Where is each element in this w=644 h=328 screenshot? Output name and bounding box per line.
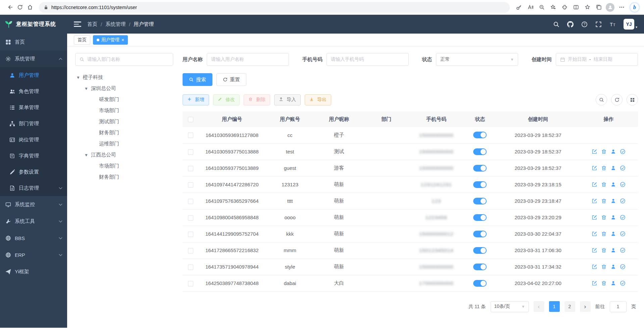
password-key-icon[interactable] [514,2,524,12]
browser-menu-icon[interactable] [616,2,627,12]
sidebar-item-menu[interactable]: 菜单管理 [0,99,67,115]
url-bar[interactable]: https://ccnetcore.com:1101/system/user [39,2,510,13]
close-icon[interactable]: × [121,38,124,42]
tree-node[interactable]: ▼江西总公司 [75,149,173,160]
favorites-bar-icon[interactable] [582,2,592,12]
delete-icon[interactable] [601,198,607,204]
delete-icon[interactable] [601,165,607,171]
tree-node[interactable]: ▼财务部门 [75,172,173,183]
row-checkbox[interactable] [188,232,193,237]
sidebar-item-post[interactable]: 岗位管理 [0,132,67,148]
edit-icon[interactable] [592,231,597,237]
sidebar-item-dept[interactable]: 部门管理 [0,115,67,132]
refresh-icon[interactable] [15,2,25,12]
tab-用户管理[interactable]: 用户管理× [93,35,128,45]
status-toggle[interactable] [473,247,487,254]
status-toggle[interactable] [473,181,487,188]
delete-icon[interactable] [601,215,607,220]
edit-icon[interactable] [592,165,597,171]
tab-首页[interactable]: 首页 [74,35,90,45]
sidebar-item-bbs[interactable]: BBS [0,230,67,246]
row-checkbox[interactable] [188,281,193,286]
toolbar-columns-button[interactable] [627,94,638,105]
back-icon[interactable] [5,2,15,12]
user-avatar[interactable]: YJ ▾ [624,19,637,30]
delete-icon[interactable] [601,264,607,270]
import-button[interactable]: 导入 [274,94,301,105]
status-toggle[interactable] [473,148,487,155]
split-screen-icon[interactable] [571,2,581,12]
fullscreen-icon[interactable] [595,21,602,28]
sidebar-item-monitor[interactable]: 系统监控 [0,196,67,213]
status-toggle[interactable] [473,165,487,172]
sidebar-item-dict[interactable]: 字典管理 [0,148,67,164]
row-checkbox[interactable] [188,149,193,155]
assign-role-icon[interactable] [620,247,626,253]
status-select[interactable]: 正常 ▼ [436,53,518,66]
sidebar-item-home[interactable]: 首页 [0,34,67,50]
row-checkbox[interactable] [188,166,193,171]
assign-role-icon[interactable] [620,198,626,204]
sidebar-item-tools[interactable]: 系统工具 [0,213,67,230]
caret-down-icon[interactable]: ▼ [84,86,89,91]
assign-role-icon[interactable] [620,149,626,154]
edit-icon[interactable] [592,247,597,253]
row-checkbox[interactable] [188,248,193,253]
tree-node[interactable]: ▼研发部门 [75,94,173,105]
hamburger-icon[interactable] [74,20,81,28]
assign-role-icon[interactable] [620,264,626,270]
delete-icon[interactable] [601,247,607,253]
add-button[interactable]: 新增 [183,94,209,105]
sidebar-item-config[interactable]: 参数设置 [0,164,67,180]
read-aloud-icon[interactable] [525,2,535,12]
search-button[interactable]: 搜索 [183,73,212,86]
delete-button[interactable]: 删除 [244,94,270,105]
edit-icon[interactable] [592,264,597,270]
edit-icon[interactable] [592,182,597,187]
row-checkbox[interactable] [188,199,193,204]
row-checkbox[interactable] [188,265,193,270]
reset-password-icon[interactable] [610,182,616,187]
status-toggle[interactable] [473,264,487,270]
add-favorite-icon[interactable] [548,2,558,12]
status-toggle[interactable] [473,231,487,237]
delete-icon[interactable] [601,182,607,187]
sidebar-item-erp[interactable]: ERP [0,246,67,263]
row-checkbox[interactable] [188,215,193,221]
sidebar-item-yi[interactable]: Yi框架 [0,263,67,280]
select-all-checkbox[interactable] [188,117,193,122]
reset-password-icon[interactable] [610,280,616,286]
tree-node[interactable]: ▼运维部门 [75,138,173,149]
caret-down-icon[interactable]: ▼ [84,153,89,157]
assign-role-icon[interactable] [620,280,626,286]
page-button-1[interactable]: 1 [549,301,560,312]
zoom-out-icon[interactable] [537,2,547,12]
edit-icon[interactable] [592,215,597,220]
breadcrumb-item[interactable]: 系统管理 [105,21,126,28]
reset-password-icon[interactable] [610,215,616,220]
edit-icon[interactable] [592,198,597,204]
page-size-select[interactable]: 10条/页 ▼ [491,301,529,312]
edit-icon[interactable] [592,149,597,154]
reset-password-icon[interactable] [610,165,616,171]
row-checkbox[interactable] [188,133,193,138]
status-toggle[interactable] [473,280,487,287]
prev-page-button[interactable]: ‹ [534,301,544,312]
search-icon[interactable] [553,21,560,28]
delete-icon[interactable] [601,280,607,286]
export-button[interactable]: 导出 [305,94,331,105]
delete-icon[interactable] [601,231,607,237]
tree-node[interactable]: ▼财务部门 [75,127,173,138]
sidebar-item-role[interactable]: 角色管理 [0,83,67,99]
username-input[interactable]: 请输入用户名称 [207,53,289,66]
reset-button[interactable]: 重置 [216,73,246,86]
github-icon[interactable] [567,21,574,28]
status-toggle[interactable] [473,198,487,204]
copilot-icon[interactable]: b [630,3,639,12]
caret-down-icon[interactable]: ▼ [76,75,81,80]
sidebar-item-system[interactable]: 系统管理 [0,50,67,67]
edit-button[interactable]: 修改 [213,94,240,105]
assign-role-icon[interactable] [620,165,626,171]
sidebar-item-user[interactable]: 用户管理 [0,67,67,83]
assign-role-icon[interactable] [620,182,626,187]
